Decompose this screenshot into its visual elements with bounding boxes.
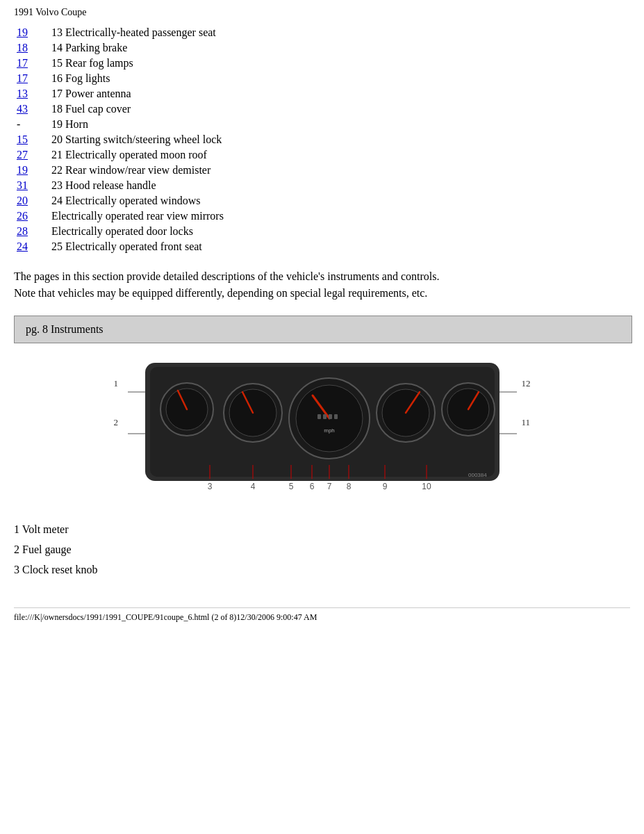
table-row: -19 Horn (14, 117, 630, 132)
instrument-diagram: 1 2 12 11 mph (107, 357, 538, 506)
item-description: Electrically operated door locks (49, 224, 630, 239)
item-link[interactable]: 24 (17, 240, 28, 252)
label-2: 2 (114, 417, 119, 428)
item-link[interactable]: 31 (17, 179, 28, 191)
svg-text:9: 9 (382, 482, 387, 491)
item-description: 13 Electrically-heated passenger seat (49, 25, 630, 40)
left-labels: 1 2 (114, 378, 119, 428)
bottom-info: 1 Volt meter2 Fuel gauge3 Clock reset kn… (14, 520, 630, 580)
item-description: 25 Electrically operated front seat (49, 239, 630, 254)
item-link[interactable]: 15 (17, 133, 28, 145)
item-description: 24 Electrically operated windows (49, 193, 630, 208)
right-labels: 12 11 (522, 378, 531, 428)
item-description: 23 Hood release handle (49, 178, 630, 193)
item-link[interactable]: 13 (17, 88, 28, 99)
item-description: 16 Fog lights (49, 71, 630, 86)
item-description: 14 Parking brake (49, 40, 630, 56)
table-row: 1716 Fog lights (14, 71, 630, 86)
svg-text:mph: mph (324, 427, 335, 434)
table-row: 1814 Parking brake (14, 40, 630, 56)
item-link-cell: 27 (14, 147, 49, 163)
table-row: 1520 Starting switch/steering wheel lock (14, 132, 630, 147)
item-description: 17 Power antenna (49, 86, 630, 101)
svg-text:5: 5 (288, 482, 293, 491)
svg-rect-14 (329, 414, 332, 419)
table-row: 2721 Electrically operated moon roof (14, 147, 630, 163)
item-link[interactable]: 19 (17, 26, 28, 38)
table-row: 2024 Electrically operated windows (14, 193, 630, 208)
svg-text:7: 7 (327, 482, 331, 491)
table-row: 1913 Electrically-heated passenger seat (14, 25, 630, 40)
item-link[interactable]: 28 (17, 225, 28, 237)
item-link[interactable]: 43 (17, 103, 28, 115)
svg-rect-15 (334, 414, 338, 419)
item-link-dash: - (17, 118, 20, 130)
description-text: The pages in this section provide detail… (14, 268, 630, 302)
item-description: 18 Fuel cap cover (49, 101, 630, 117)
table-row: 1317 Power antenna (14, 86, 630, 101)
svg-text:4: 4 (250, 482, 255, 491)
footer: file:///K|/ownersdocs/1991/1991_COUPE/91… (14, 607, 630, 623)
item-link[interactable]: 18 (17, 42, 28, 54)
items-table: 1913 Electrically-heated passenger seat1… (14, 25, 630, 254)
item-link-cell: 31 (14, 178, 49, 193)
label-1: 1 (114, 378, 119, 389)
label-11: 11 (522, 417, 531, 428)
item-link-cell: 18 (14, 40, 49, 56)
item-link-cell: 17 (14, 71, 49, 86)
item-description: Electrically operated rear view mirrors (49, 208, 630, 224)
item-link[interactable]: 17 (17, 72, 28, 84)
table-row: 1922 Rear window/rear view demister (14, 163, 630, 178)
item-link-cell: 13 (14, 86, 49, 101)
item-link-cell: 15 (14, 132, 49, 147)
table-row: 28Electrically operated door locks (14, 224, 630, 239)
table-row: 3123 Hood release handle (14, 178, 630, 193)
item-description: 22 Rear window/rear view demister (49, 163, 630, 178)
item-link-cell: 20 (14, 193, 49, 208)
svg-text:3: 3 (207, 482, 212, 491)
table-row: 4318 Fuel cap cover (14, 101, 630, 117)
item-description: 19 Horn (49, 117, 630, 132)
item-link[interactable]: 20 (17, 195, 28, 206)
item-description: 21 Electrically operated moon roof (49, 147, 630, 163)
table-row: 26Electrically operated rear view mirror… (14, 208, 630, 224)
dashboard-svg: mph 3 4 5 6 7 8 (107, 357, 538, 503)
svg-text:10: 10 (422, 482, 431, 491)
bottom-info-item: 2 Fuel gauge (14, 540, 630, 560)
item-link-cell: 28 (14, 224, 49, 239)
bottom-info-item: 1 Volt meter (14, 520, 630, 540)
page-title: 1991 Volvo Coupe (14, 7, 630, 18)
item-link-cell: - (14, 117, 49, 132)
svg-rect-12 (317, 414, 321, 419)
item-link-cell: 19 (14, 163, 49, 178)
item-link[interactable]: 26 (17, 210, 28, 222)
svg-text:6: 6 (309, 482, 314, 491)
item-description: 15 Rear fog lamps (49, 56, 630, 71)
table-row: 2425 Electrically operated front seat (14, 239, 630, 254)
item-link[interactable]: 17 (17, 57, 28, 69)
item-link-cell: 43 (14, 101, 49, 117)
svg-rect-13 (323, 414, 327, 419)
label-12: 12 (522, 378, 531, 389)
item-link-cell: 24 (14, 239, 49, 254)
svg-text:8: 8 (346, 482, 351, 491)
pg-box: pg. 8 Instruments (14, 316, 632, 343)
svg-text:000384: 000384 (468, 472, 487, 478)
item-link-cell: 17 (14, 56, 49, 71)
item-link[interactable]: 27 (17, 149, 28, 161)
item-link-cell: 19 (14, 25, 49, 40)
item-description: 20 Starting switch/steering wheel lock (49, 132, 630, 147)
item-link[interactable]: 19 (17, 164, 28, 176)
table-row: 1715 Rear fog lamps (14, 56, 630, 71)
item-link-cell: 26 (14, 208, 49, 224)
bottom-info-item: 3 Clock reset knob (14, 560, 630, 580)
